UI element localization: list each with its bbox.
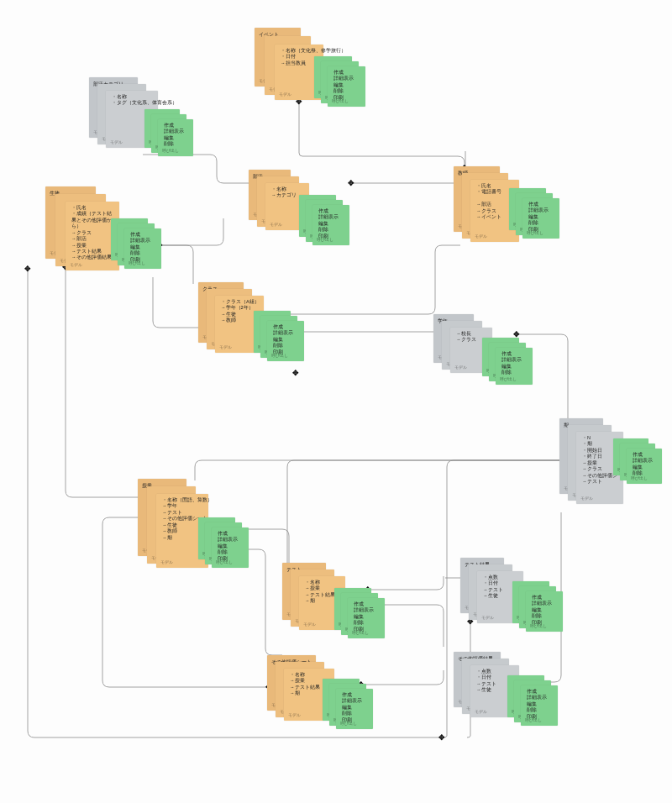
anchor-icon: ✥ <box>460 164 469 172</box>
crud-testresult: 作成詳細表示編集削除印刷 呼び出し <box>526 591 563 632</box>
node-event: イベント モデル モデル ・名称（文化祭、修学旅行） ・日付 →担当教員 モデル… <box>255 28 372 103</box>
anchor-icon: ✥ <box>24 265 32 273</box>
crud-grade: 作成詳細表示編集削除 呼び出し <box>496 348 533 385</box>
node-clubcat: 部活カテゴリ モデル モデル ・名称・タグ（文化系、体育会系） モデル 呼び出し… <box>89 77 190 161</box>
node-club: 部活 モデル モデル ・名称→カテゴリ モデル 呼び出し 呼び出し 作成詳細表示… <box>249 170 358 245</box>
node-otherresult: その他評価結果 モデル モデル ・点数・日付→テスト→生徒 モデル 呼び出し 呼… <box>454 652 571 732</box>
title-event: イベント <box>259 31 297 38</box>
anchor-icon: ✥ <box>295 97 303 106</box>
crud-clubcat: 作成詳細表示編集削除 呼び出し <box>158 119 193 156</box>
crud-club: 作成詳細表示編集削除印刷 呼び出し <box>312 205 349 245</box>
anchor-icon: ✥ <box>269 310 277 318</box>
crud-event: 作成詳細表示編集削除印刷 呼び出し <box>328 66 365 107</box>
attrs-test: ・名称→授業→テスト結果→期 モデル <box>299 576 345 630</box>
crud-otherresult: 作成詳細表示編集削除印刷 呼び出し <box>521 685 558 726</box>
anchor-icon: ✥ <box>155 241 164 249</box>
attrs-club: ・名称→カテゴリ モデル <box>265 183 309 230</box>
crud-othersheet: 作成詳細表示編集削除印刷 呼び出し <box>336 689 373 729</box>
node-term: 期 モデル モデル ・N・期・開始日・終了日→授業→クラス→その他評価シート→テ… <box>559 418 669 511</box>
title-klass: クラス <box>202 286 239 292</box>
attrs-testresult: ・点数・日付→テスト→生徒 モデル <box>477 571 523 623</box>
anchor-icon: ✥ <box>533 678 542 686</box>
node-test: テスト モデル モデル ・名称→授業→テスト結果→期 モデル 呼び出し 呼び出し… <box>282 563 400 643</box>
title-clubcat: 部活カテゴリ <box>93 81 134 87</box>
anchor-icon: ✥ <box>291 369 300 377</box>
attrs-term: ・N・期・開始日・終了日→授業→クラス→その他評価シート→テスト モデル <box>576 432 623 504</box>
title-othersheet: その他評価シート <box>271 659 312 665</box>
title-testresult: テスト結果 <box>465 561 500 568</box>
title-test: テスト <box>286 566 322 573</box>
node-othersheet: その他評価シート モデル モデル ・名称→授業→テスト結果→期 モデル 呼び出し… <box>267 655 385 735</box>
crud-term: 作成詳細表示編集削除 呼び出し <box>627 449 662 484</box>
attrs-clubcat: ・名称・タグ（文化系、体育会系） モデル <box>106 91 158 148</box>
title-otherresult: その他評価結果 <box>458 655 496 662</box>
anchor-icon: ✥ <box>137 513 145 522</box>
anchor-icon: ✥ <box>466 617 475 626</box>
crud-test: 作成詳細表示編集削除印刷 呼び出し <box>348 598 385 638</box>
attrs-otherresult: ・点数・日付→テスト→生徒 モデル <box>470 665 519 717</box>
anchor-icon: ✥ <box>61 263 70 271</box>
node-testresult: テスト結果 モデル モデル ・点数・日付→テスト→生徒 モデル 呼び出し 呼び出… <box>460 558 578 638</box>
anchor-icon: ✥ <box>512 330 521 339</box>
attrs-student: ・氏名 ・成績（テスト結果とその他評価から） →クラス→部活→授業→テスト結果→… <box>66 202 119 270</box>
anchor-icon: ✥ <box>224 545 233 554</box>
crud-teacher: 作成詳細表示編集削除印刷 呼び出し <box>522 198 559 239</box>
title-club: 部活 <box>253 173 286 180</box>
attrs-othersheet: ・名称→授業→テスト結果→期 モデル <box>284 669 334 721</box>
title-student: 生徒 <box>50 190 92 197</box>
attrs-lesson: ・名称（国語、算数）→学年→テスト→その他評価シート→生徒→教師→期 モデル <box>156 494 208 568</box>
title-term: 期 <box>564 422 599 428</box>
connectors <box>0 0 672 803</box>
node-grade: 学年 モデル モデル →校長→クラス モデル 呼び出し 呼び出し 作成詳細表示編… <box>433 314 543 390</box>
anchor-icon: ✥ <box>283 567 291 575</box>
node-teacher: 教師 モデル モデル ・氏名・電話番号 →部活→クラス→イベント モデル 呼び出… <box>454 166 571 250</box>
anchor-icon: ✥ <box>364 585 372 594</box>
anchor-icon: ✥ <box>438 733 446 742</box>
attrs-event: ・名称（文化祭、修学旅行） ・日付 →担当教員 モデル <box>275 45 323 100</box>
node-klass: クラス モデル モデル ・クラス（A組）→学年（2年）→生徒→教師 モデル 呼び… <box>198 282 316 366</box>
attrs-teacher: ・氏名・電話番号 →部活→クラス→イベント モデル <box>470 180 519 242</box>
crud-klass: 作成詳細表示編集削除印刷 呼び出し <box>267 321 304 361</box>
attrs-klass: ・クラス（A組）→学年（2年）→生徒→教師 モデル <box>215 296 264 353</box>
attrs-grade: →校長→クラス モデル <box>450 328 492 373</box>
anchor-icon: ✥ <box>357 680 365 689</box>
title-grade: 学年 <box>438 318 470 324</box>
anchor-icon: ✥ <box>347 179 355 187</box>
node-lesson: 授業 モデル モデル ・名称（国語、算数）→学年→テスト→その他評価シート→生徒… <box>138 479 264 580</box>
anchor-icon: ✥ <box>265 683 273 691</box>
title-lesson: 授業 <box>142 482 182 489</box>
